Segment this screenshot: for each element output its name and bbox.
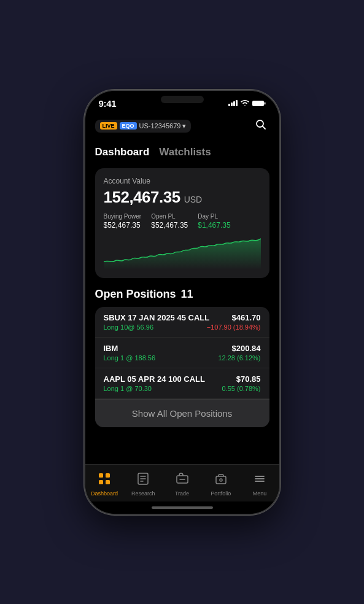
position-value: $70.85 [236, 374, 261, 384]
home-indicator [85, 501, 279, 514]
stat-buying-power: Buying Power $52,467.35 [104, 213, 142, 230]
status-icons [228, 100, 266, 107]
search-icon [255, 118, 267, 131]
svg-point-15 [220, 479, 222, 481]
position-detail: Long 1 @ 70.30 [104, 385, 152, 392]
search-button[interactable] [252, 116, 269, 136]
stat-day-pl-label: Day PL [198, 213, 230, 220]
stat-open-pl: Open PL $52,467.35 [151, 213, 188, 230]
positions-card: SBUX 17 JAN 2025 45 CALL $461.70 Long 10… [95, 307, 269, 427]
notch-pill [161, 96, 204, 103]
position-sub-row: Long 1 @ 188.56 12.28 (6.12%) [104, 354, 261, 362]
stat-open-pl-label: Open PL [151, 213, 188, 220]
svg-rect-0 [252, 101, 264, 106]
position-change: 12.28 (6.12%) [218, 354, 260, 362]
position-sub-row: Long 10@ 56.96 −107.90 (18.94%) [104, 323, 261, 331]
account-currency: USD [184, 195, 203, 204]
nav-label-dashboard: Dashboard [91, 490, 118, 497]
menu-icon [253, 472, 266, 489]
position-name: SBUX 17 JAN 2025 45 CALL [104, 313, 210, 322]
positions-count: 11 [181, 288, 193, 301]
table-row[interactable]: IBM $200.84 Long 1 @ 188.56 12.28 (6.12%… [95, 338, 269, 368]
phone-screen: 9:41 [85, 91, 279, 514]
position-main-row: IBM $200.84 [104, 344, 261, 353]
svg-line-3 [262, 126, 265, 129]
account-value-row: 152,467.35 USD [104, 188, 261, 207]
position-change: 0.55 (0.78%) [222, 385, 261, 392]
dashboard-icon [98, 472, 111, 489]
table-row[interactable]: AAPL 05 APR 24 100 CALL $70.85 Long 1 @ … [95, 368, 269, 399]
battery-icon [252, 100, 266, 107]
account-card: Account Value 152,467.35 USD Buying Powe… [95, 168, 269, 278]
position-value: $200.84 [232, 344, 261, 353]
bottom-nav: Dashboard Research [85, 464, 279, 501]
account-stats: Buying Power $52,467.35 Open PL $52,467.… [104, 213, 261, 230]
svg-rect-4 [99, 473, 103, 478]
show-all-positions-button[interactable]: Show All Open Positions [95, 399, 269, 427]
svg-rect-5 [106, 473, 110, 478]
stat-open-pl-value: $52,467.35 [151, 221, 188, 230]
main-nav-tabs: Dashboard Watchlists [85, 141, 279, 163]
position-main-row: AAPL 05 APR 24 100 CALL $70.85 [104, 374, 261, 384]
account-value-label: Account Value [104, 177, 261, 185]
wifi-icon [241, 100, 249, 106]
stat-day-pl-value: $1,467.35 [198, 221, 230, 230]
nav-item-research[interactable]: Research [124, 470, 163, 499]
tab-watchlists[interactable]: Watchlists [159, 146, 211, 161]
svg-rect-7 [106, 480, 110, 484]
tab-dashboard[interactable]: Dashboard [95, 146, 150, 161]
nav-item-portfolio[interactable]: Portfolio [201, 470, 240, 499]
nav-label-research: Research [131, 490, 155, 497]
eqo-badge: EQO [120, 122, 137, 130]
nav-item-dashboard[interactable]: Dashboard [85, 470, 124, 499]
stat-buying-power-label: Buying Power [104, 213, 142, 220]
portfolio-icon [214, 472, 228, 489]
portfolio-chart [104, 236, 261, 269]
position-main-row: SBUX 17 JAN 2025 45 CALL $461.70 [104, 313, 261, 322]
account-value-number: 152,467.35 [104, 188, 180, 207]
live-badge: LIVE [100, 122, 117, 130]
position-sub-row: Long 1 @ 70.30 0.55 (0.78%) [104, 385, 261, 392]
position-name: AAPL 05 APR 24 100 CALL [104, 374, 205, 384]
notch [155, 91, 210, 108]
account-id: US-12345679 ▾ [139, 122, 187, 130]
main-content: Account Value 152,467.35 USD Buying Powe… [85, 163, 279, 464]
account-selector[interactable]: LIVE EQO US-12345679 ▾ [95, 120, 192, 133]
nav-item-menu[interactable]: Menu [240, 470, 279, 499]
position-detail: Long 1 @ 188.56 [104, 354, 156, 362]
position-name: IBM [104, 344, 118, 353]
stat-day-pl: Day PL $1,467.35 [198, 213, 230, 230]
position-detail: Long 10@ 56.96 [104, 323, 154, 331]
table-row[interactable]: SBUX 17 JAN 2025 45 CALL $461.70 Long 10… [95, 307, 269, 338]
svg-rect-14 [216, 476, 226, 484]
signal-icon [228, 100, 238, 106]
phone-frame: 9:41 [84, 90, 281, 515]
status-time: 9:41 [99, 98, 117, 109]
nav-label-portfolio: Portfolio [211, 490, 231, 497]
nav-item-trade[interactable]: Trade [163, 470, 201, 499]
trade-icon [176, 472, 189, 489]
svg-rect-6 [99, 480, 103, 484]
status-bar: 9:41 [85, 91, 279, 111]
positions-section-header: Open Positions 11 [95, 288, 269, 301]
positions-title: Open Positions [95, 288, 176, 301]
research-icon [136, 472, 150, 489]
top-bar: LIVE EQO US-12345679 ▾ [85, 111, 279, 141]
stat-buying-power-value: $52,467.35 [104, 221, 142, 230]
nav-label-trade: Trade [175, 490, 189, 497]
home-bar [152, 506, 213, 509]
svg-rect-1 [264, 102, 265, 104]
nav-label-menu: Menu [253, 490, 267, 497]
position-change: −107.90 (18.94%) [207, 323, 261, 331]
position-value: $461.70 [232, 313, 261, 322]
